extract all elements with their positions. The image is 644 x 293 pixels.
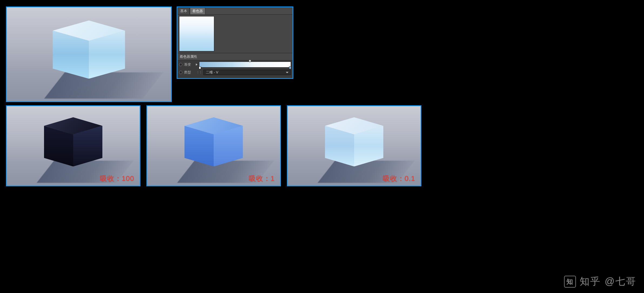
gradient-row: 渐变 [177,60,293,69]
tab-basic[interactable]: 基本 [178,8,190,14]
shader-preview-swatch[interactable] [179,16,214,51]
render-scene [7,7,171,101]
render-absorb-100: 吸收：100 [6,105,140,186]
watermark: 知 知乎 @七哥 [564,275,636,288]
cube [185,117,243,166]
render-scene: 吸收：0.1 [288,106,421,186]
type-radio[interactable] [179,71,182,74]
type-dropdown-value: 二维 - V [206,70,218,75]
cube [44,117,102,166]
type-label: 类型 [184,70,194,75]
watermark-logo-icon: 知 [564,276,576,288]
render-preview-main [6,6,172,102]
tab-bar: 基本 着色器 [177,7,293,15]
render-absorb-1: 吸收：1 [146,105,281,186]
caption-value: 1 [271,174,275,183]
gradient-label: 渐变 [184,62,194,67]
gradient-stop-left[interactable] [199,66,201,69]
watermark-author: @七哥 [605,275,636,288]
render-absorb-0-1: 吸收：0.1 [287,105,421,186]
type-dropdown[interactable]: 二维 - V [203,70,291,75]
absorb-caption: 吸收：1 [249,174,275,183]
expand-caret-icon[interactable] [196,63,197,66]
caption-value: 100 [122,174,134,183]
shader-settings-panel: 基本 着色器 着色器属性 渐变 类型 ⋮⋮ 二维 - V [177,6,293,79]
gradient-stop-right[interactable] [289,66,291,69]
gradient-bar[interactable] [199,62,291,68]
shader-properties-header: 着色器属性 [177,53,293,60]
caption-prefix: 吸收： [383,174,405,183]
absorb-caption: 吸收：100 [100,174,134,183]
render-scene: 吸收：100 [7,106,140,186]
gradient-radio[interactable] [179,63,182,66]
watermark-site: 知乎 [580,275,601,288]
caption-prefix: 吸收： [100,174,122,183]
render-scene: 吸收：1 [147,106,280,186]
type-row: 类型 ⋮⋮ 二维 - V [177,69,293,76]
cube [325,117,383,166]
caption-value: 0.1 [405,174,415,183]
caption-prefix: 吸收： [249,174,271,183]
chevron-down-icon [286,72,289,73]
absorb-caption: 吸收：0.1 [383,174,415,183]
shader-preview-row [177,15,293,53]
tab-shader[interactable]: 着色器 [190,8,205,14]
cube [53,21,125,79]
more-icon[interactable]: ⋮⋮ [196,71,202,74]
